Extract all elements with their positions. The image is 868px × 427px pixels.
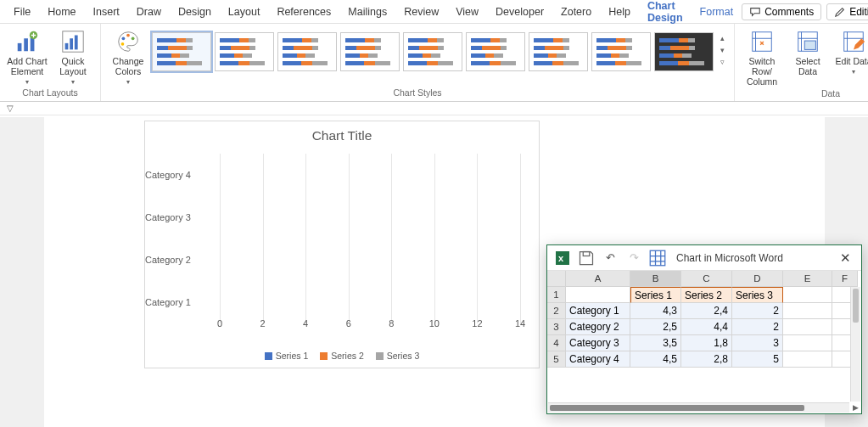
scrollbar-horizontal[interactable]: [548, 402, 849, 413]
edit-data-button[interactable]: Edit Data ▾: [832, 27, 868, 76]
menu-file[interactable]: File: [5, 3, 39, 21]
scroll-thumb[interactable]: [550, 405, 804, 411]
undo-icon[interactable]: ↶: [602, 250, 619, 267]
cell[interactable]: [783, 351, 832, 368]
cell[interactable]: [783, 335, 832, 351]
svg-rect-5: [65, 43, 69, 50]
quick-layout-button[interactable]: Quick Layout ▾: [51, 27, 95, 86]
menu-layout[interactable]: Layout: [220, 3, 269, 21]
menu-zotero[interactable]: Zotero: [552, 3, 600, 21]
svg-rect-6: [70, 38, 73, 49]
cell[interactable]: Category 4: [566, 351, 630, 368]
save-icon[interactable]: [578, 250, 595, 267]
cell[interactable]: 2,4: [681, 303, 732, 319]
grid-icon[interactable]: [649, 250, 666, 267]
column-header-A[interactable]: A: [566, 271, 630, 287]
edit-data-icon: [841, 29, 866, 54]
cell[interactable]: 2: [732, 319, 783, 335]
row-header[interactable]: 5: [547, 351, 566, 368]
chart-data-window[interactable]: x ↶ ↷ Chart in Microsoft Word ✕ ABCDEF1S…: [546, 244, 862, 414]
select-all-cell[interactable]: [547, 271, 566, 287]
cell[interactable]: 4,5: [630, 351, 681, 368]
menu-developer[interactable]: Developer: [487, 3, 552, 21]
comments-button[interactable]: Comments: [742, 3, 821, 20]
cell[interactable]: Category 1: [566, 303, 630, 319]
row-header[interactable]: 2: [547, 303, 566, 319]
chart-style-2[interactable]: [215, 32, 274, 71]
collapse-ribbon-icon[interactable]: ▽: [7, 104, 14, 113]
row-header[interactable]: 1: [547, 287, 566, 303]
chart-style-6[interactable]: [466, 32, 525, 71]
pencil-icon: [834, 6, 846, 18]
chart-style-1[interactable]: [152, 32, 211, 71]
chart-style-7[interactable]: [529, 32, 588, 71]
menu-design[interactable]: Design: [170, 3, 220, 21]
quick-layout-icon: [60, 29, 86, 54]
cell[interactable]: Category 2: [566, 319, 630, 335]
cell[interactable]: 3,5: [630, 335, 681, 351]
cell[interactable]: Series 2: [681, 287, 732, 303]
select-data-icon: [795, 29, 820, 54]
chart-styles-group-label: Chart Styles: [106, 86, 729, 101]
chart-style-3[interactable]: [277, 32, 337, 71]
comment-icon: [749, 6, 761, 18]
menu-references[interactable]: References: [268, 3, 339, 21]
svg-rect-7: [75, 36, 78, 50]
spreadsheet-grid[interactable]: ABCDEF1Series 1Series 2Series 32Category…: [547, 271, 861, 368]
row-header[interactable]: 4: [547, 335, 566, 351]
svg-rect-14: [804, 41, 815, 49]
styles-expand-button[interactable]: ▴ ▾ ▿: [715, 27, 729, 66]
menu-draw[interactable]: Draw: [128, 3, 170, 21]
legend-swatch: [376, 352, 384, 360]
row-header[interactable]: 3: [547, 319, 566, 335]
switch-row-column-button[interactable]: Switch Row/ Column: [740, 27, 784, 87]
menu-home[interactable]: Home: [39, 3, 84, 21]
menu-mailings[interactable]: Mailings: [339, 3, 395, 21]
spreadsheet-area[interactable]: ABCDEF1Series 1Series 2Series 32Category…: [547, 271, 861, 413]
cell[interactable]: 5: [732, 351, 783, 368]
cell[interactable]: Category 3: [566, 335, 630, 351]
x-tick: 2: [260, 318, 266, 329]
scroll-thumb[interactable]: [853, 289, 859, 323]
menu-view[interactable]: View: [447, 3, 487, 21]
cell[interactable]: Series 3: [732, 287, 783, 303]
editing-dropdown[interactable]: Editing ▾: [826, 3, 868, 20]
cell[interactable]: 4,4: [681, 319, 732, 335]
chart-style-5[interactable]: [403, 32, 462, 71]
chart-styles-group: Change Colors ▾ ▴ ▾ ▿ Chart Styles: [101, 24, 735, 101]
chart-object[interactable]: Chart Title Category 4Category 3Category…: [144, 121, 540, 368]
cell[interactable]: 1,8: [681, 335, 732, 351]
close-icon[interactable]: ✕: [837, 250, 854, 266]
cell[interactable]: [783, 303, 832, 319]
cell[interactable]: 4,3: [630, 303, 681, 319]
menu-format[interactable]: Format: [692, 3, 742, 21]
legend-swatch: [265, 352, 272, 360]
chart-style-8[interactable]: [591, 32, 651, 71]
select-data-label: Select Data: [786, 56, 830, 76]
cell[interactable]: 3: [732, 335, 783, 351]
add-chart-element-button[interactable]: Add Chart Element ▾: [5, 27, 49, 86]
svg-text:x: x: [558, 253, 564, 263]
cell[interactable]: 2: [732, 303, 783, 319]
chart-style-9[interactable]: [654, 32, 714, 71]
cell[interactable]: 2,8: [681, 351, 732, 368]
menu-chart-design[interactable]: Chart Design: [639, 0, 692, 27]
cell[interactable]: [783, 287, 832, 303]
chart-style-4[interactable]: [340, 32, 400, 71]
cell[interactable]: 2,5: [630, 319, 681, 335]
menu-insert[interactable]: Insert: [85, 3, 128, 21]
cell[interactable]: [783, 319, 832, 335]
column-header-F[interactable]: F: [832, 271, 858, 287]
column-header-C[interactable]: C: [681, 271, 732, 287]
scrollbar-vertical[interactable]: [850, 287, 860, 402]
column-header-D[interactable]: D: [732, 271, 783, 287]
cell[interactable]: [566, 287, 630, 303]
menu-help[interactable]: Help: [600, 3, 639, 21]
cell[interactable]: Series 1: [630, 287, 681, 303]
column-header-E[interactable]: E: [783, 271, 832, 287]
menu-review[interactable]: Review: [395, 3, 447, 21]
select-data-button[interactable]: Select Data: [786, 27, 830, 76]
change-colors-button[interactable]: Change Colors ▾: [106, 27, 150, 86]
column-header-B[interactable]: B: [630, 271, 681, 287]
chart-data-titlebar[interactable]: x ↶ ↷ Chart in Microsoft Word ✕: [547, 245, 861, 271]
